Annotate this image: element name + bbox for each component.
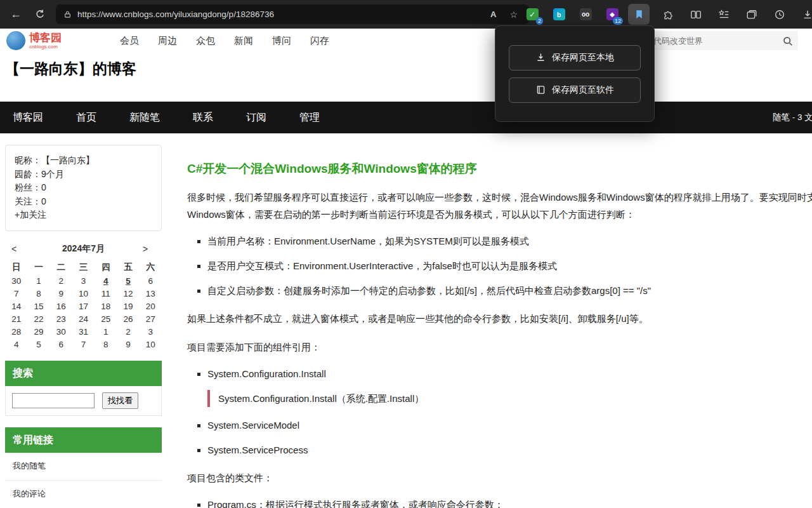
calendar-day: 23 (50, 314, 72, 324)
search-icon[interactable] (782, 36, 793, 46)
calendar-day: 17 (72, 302, 95, 311)
calendar-day: 29 (27, 327, 49, 337)
sidebar-search-input[interactable] (12, 393, 95, 408)
calendar-day: 26 (117, 314, 139, 324)
profile-fans: 粉丝：0 (15, 181, 152, 195)
save-page-to-app-button[interactable]: 保存网页至软件 (509, 77, 641, 103)
sidebar-search-title: 搜索 (5, 361, 162, 386)
blog-nav-items: 博客园 首页 新随笔 联系 订阅 管理 (0, 102, 812, 133)
calendar-day: 3 (140, 327, 162, 337)
site-nav-bowen[interactable]: 博问 (272, 35, 291, 47)
blog-nav-subscribe[interactable]: 订阅 (246, 111, 266, 124)
calendar-day-link[interactable]: 5 (117, 276, 139, 286)
cnblogs-logo[interactable]: 博客园 cnblogs.com (6, 31, 62, 50)
calendar-day: 31 (72, 327, 95, 337)
book-icon (535, 84, 546, 95)
extension-bing-icon[interactable]: b (548, 4, 570, 25)
refresh-icon[interactable] (29, 4, 51, 25)
extension-badge: 2 (536, 17, 543, 25)
sidebar-link-my-comments[interactable]: 我的评论 (5, 481, 162, 508)
cnblogs-logo-icon (6, 31, 25, 50)
site-nav-member[interactable]: 会员 (120, 35, 139, 47)
calendar-day: 25 (95, 314, 117, 324)
calendar-next-button[interactable]: > (143, 244, 155, 254)
sidebar-link-my-posts[interactable]: 我的随笔 (5, 453, 162, 481)
site-search-input[interactable] (652, 36, 782, 46)
profile-age: 园龄：9个月 (15, 168, 152, 182)
calendar-day: 8 (95, 340, 117, 349)
save-page-to-local-button[interactable]: 保存网页至本地 (509, 45, 641, 70)
profile-nickname: 昵称：【一路向东】 (15, 154, 152, 168)
calendar-day: 21 (5, 314, 27, 324)
site-nav-shancun[interactable]: 闪存 (310, 35, 329, 47)
list-item: System.ServiceProcess (207, 443, 812, 457)
extension-save-page-icon[interactable] (628, 4, 650, 25)
calendar-weekday: 一 (27, 262, 49, 273)
oo-extension-glyph: oo (580, 8, 592, 20)
extension-green-icon[interactable]: ✓ 2 (521, 4, 543, 25)
blog-nav-home[interactable]: 首页 (76, 111, 96, 124)
file-list: Program.cs：根据运行模式执行服务或者窗体，或者响应命令行参数； Mai… (187, 498, 812, 508)
calendar-prev-button[interactable]: < (11, 244, 24, 254)
profile-follow: 关注：0 (15, 195, 152, 209)
follow-button[interactable]: +加关注 (15, 208, 152, 222)
site-nav: 会员 周边 众包 新闻 博问 闪存 (120, 35, 329, 47)
list-item-text: System.Configuration.Install (207, 368, 326, 379)
article-paragraph: 很多时候，我们希望服务程序可以直接运行，或者可以响应一些参数，这时候，混合Win… (187, 189, 812, 223)
calendar-day: 12 (117, 289, 139, 298)
calendar-day: 19 (117, 302, 139, 311)
sidebar-search-section: 搜索 找找看 (5, 361, 162, 416)
calendar-day-link[interactable]: 4 (95, 276, 117, 286)
lock-icon (63, 10, 72, 19)
calendar-day: 10 (72, 289, 95, 298)
sidebar-search-button[interactable]: 找找看 (102, 392, 138, 409)
extension-oo-icon[interactable]: oo (575, 4, 596, 25)
blog-nav-bar: 博客园 首页 新随笔 联系 订阅 管理 随笔 - 3 文章 (0, 102, 812, 133)
site-header: 博客园 cnblogs.com 会员 周边 众包 新闻 博问 闪存 (0, 29, 812, 53)
article: C#开发一个混合Windows服务和Windows窗体的程序 很多时候，我们希望… (187, 154, 812, 508)
article-paragraph: 项目包含的类文件： (187, 469, 812, 486)
calendar-day: 2 (50, 276, 72, 286)
read-aloud-icon[interactable]: A (487, 10, 500, 19)
calendar-day: 7 (5, 289, 27, 298)
extension-badge: 12 (613, 17, 623, 25)
calendar-day: 24 (72, 314, 95, 324)
calendar-weekday: 六 (140, 262, 162, 273)
calendar-day: 9 (117, 340, 139, 349)
article-title[interactable]: C#开发一个混合Windows服务和Windows窗体的程序 (187, 161, 812, 177)
extension-purple-icon[interactable]: ◆ 12 (601, 4, 623, 25)
blog-nav-contact[interactable]: 联系 (193, 111, 213, 124)
extensions-area: ✓ 2 b oo ◆ 12 (521, 4, 650, 25)
download-icon (535, 52, 546, 63)
favorites-bar-icon[interactable] (713, 4, 735, 25)
browser-window: ← https://www.cnblogs.com/yiluxiangdong/… (0, 0, 812, 508)
bing-extension-glyph: b (553, 8, 565, 20)
blog-nav-newpost[interactable]: 新随笔 (129, 111, 160, 124)
calendar-day: 13 (140, 289, 162, 298)
blog-page-title[interactable]: 【一路向东】的博客 (5, 59, 136, 79)
calendar-day: 30 (5, 276, 27, 286)
list-item: 自定义启动参数：创建服务时添加一个特定的启动参数，比如[/s]，然后代码中检查启… (207, 284, 812, 297)
back-icon[interactable]: ← (5, 4, 27, 25)
downloads-icon[interactable] (797, 4, 812, 25)
extensions-puzzle-icon[interactable] (657, 4, 679, 25)
calendar-day: 15 (27, 302, 49, 311)
favorite-star-icon[interactable]: ☆ (506, 10, 521, 20)
calendar-day: 2 (117, 327, 139, 337)
site-nav-zhoubian[interactable]: 周边 (158, 35, 177, 47)
history-icon[interactable] (769, 4, 790, 25)
calendar-day: 28 (5, 327, 27, 337)
address-bar[interactable]: https://www.cnblogs.com/yiluxiangdong/p/… (56, 4, 529, 24)
split-screen-icon[interactable] (685, 4, 707, 25)
blog-nav-manage[interactable]: 管理 (299, 111, 320, 124)
calendar-day: 11 (95, 289, 117, 298)
calendar-day: 20 (140, 302, 162, 311)
browser-toolbar: ← https://www.cnblogs.com/yiluxiangdong/… (0, 0, 812, 29)
site-nav-news[interactable]: 新闻 (234, 35, 253, 47)
collections-icon[interactable] (741, 4, 763, 25)
save-local-label: 保存网页至本地 (552, 52, 614, 64)
calendar-day: 3 (72, 276, 95, 286)
calendar-day: 5 (27, 340, 49, 349)
site-nav-zhongbao[interactable]: 众包 (196, 35, 215, 47)
blog-nav-cnblogs[interactable]: 博客园 (13, 111, 43, 124)
